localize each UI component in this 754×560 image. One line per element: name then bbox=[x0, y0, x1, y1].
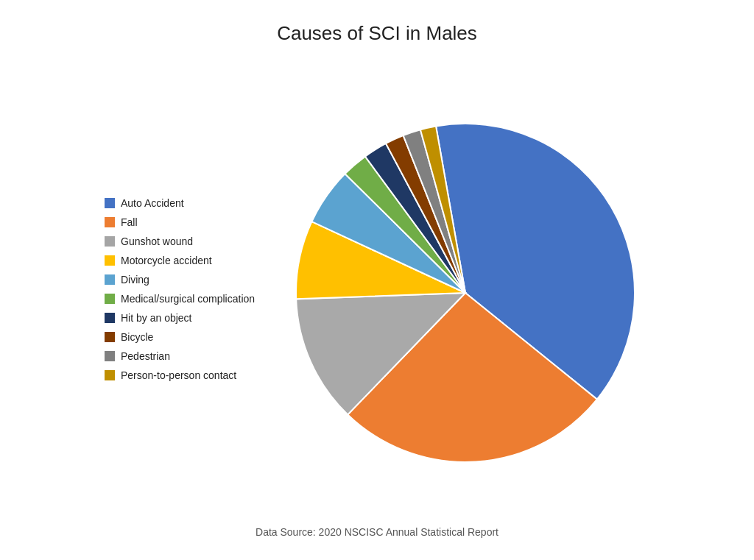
legend-item: Pedestrian bbox=[105, 350, 267, 362]
legend-color-swatch bbox=[105, 294, 115, 304]
pie-chart bbox=[281, 105, 649, 473]
legend-label: Person-to-person contact bbox=[121, 369, 236, 381]
legend-item: Hit by an object bbox=[105, 312, 267, 324]
legend-item: Medical/surgical complication bbox=[105, 293, 267, 305]
legend-label: Auto Accident bbox=[121, 197, 184, 209]
legend-item: Auto Accident bbox=[105, 197, 267, 209]
legend-item: Diving bbox=[105, 274, 267, 286]
legend-label: Diving bbox=[121, 274, 149, 286]
legend-color-swatch bbox=[105, 198, 115, 208]
legend-item: Motorcycle accident bbox=[105, 255, 267, 266]
source-text: Data Source: 2020 NSCISC Annual Statisti… bbox=[256, 526, 498, 538]
legend-color-swatch bbox=[105, 217, 115, 227]
legend-label: Bicycle bbox=[121, 331, 153, 343]
legend-color-swatch bbox=[105, 332, 115, 342]
legend-color-swatch bbox=[105, 351, 115, 361]
legend-item: Person-to-person contact bbox=[105, 369, 267, 381]
chart-title: Causes of SCI in Males bbox=[277, 22, 477, 45]
legend-item: Gunshot wound bbox=[105, 235, 267, 247]
legend: Auto Accident Fall Gunshot wound Motorcy… bbox=[105, 197, 267, 381]
legend-color-swatch bbox=[105, 255, 115, 266]
legend-label: Motorcycle accident bbox=[121, 255, 212, 266]
chart-area: Auto Accident Fall Gunshot wound Motorcy… bbox=[15, 60, 739, 519]
legend-label: Medical/surgical complication bbox=[121, 293, 255, 305]
legend-color-swatch bbox=[105, 313, 115, 323]
legend-color-swatch bbox=[105, 370, 115, 380]
legend-item: Fall bbox=[105, 216, 267, 228]
legend-label: Gunshot wound bbox=[121, 235, 193, 247]
legend-label: Fall bbox=[121, 216, 138, 228]
legend-color-swatch bbox=[105, 274, 115, 285]
legend-item: Bicycle bbox=[105, 331, 267, 343]
legend-color-swatch bbox=[105, 236, 115, 247]
legend-label: Hit by an object bbox=[121, 312, 192, 324]
legend-label: Pedestrian bbox=[121, 350, 170, 362]
